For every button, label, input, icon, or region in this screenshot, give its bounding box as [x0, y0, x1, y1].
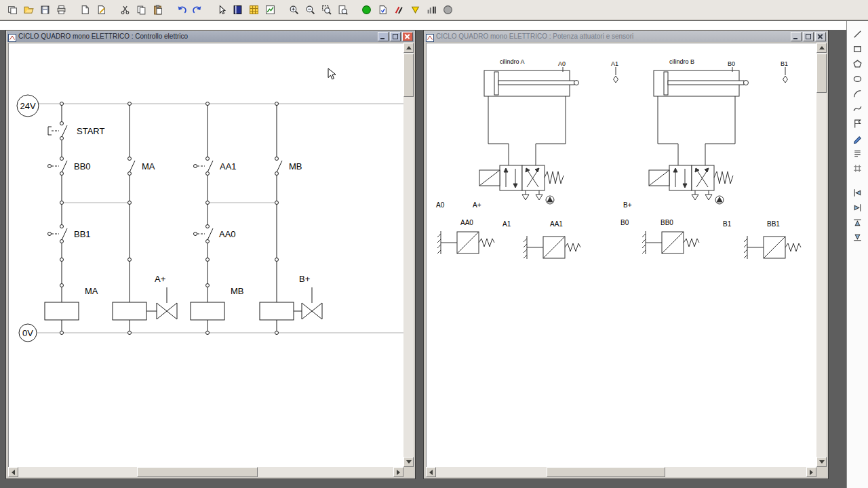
undo-icon	[176, 5, 186, 15]
text-list-button[interactable]	[850, 146, 866, 160]
valve-b[interactable]	[649, 165, 733, 204]
contact-mb[interactable]: MB	[275, 157, 302, 176]
scroll-down-button[interactable]	[403, 457, 414, 467]
align-bottom-button[interactable]	[850, 230, 866, 244]
toolbar-separator	[165, 3, 173, 17]
draw-pen-button[interactable]	[850, 131, 866, 145]
grid-button[interactable]	[246, 3, 261, 17]
contact-bb1[interactable]: BB1	[48, 225, 91, 243]
undo-button[interactable]	[174, 3, 189, 17]
edit-page-button[interactable]	[94, 3, 108, 17]
new-window-button[interactable]	[5, 3, 20, 17]
redo-button[interactable]	[190, 3, 205, 17]
contact-aa0[interactable]: AA0	[194, 225, 236, 243]
scroll-left-button[interactable]	[8, 467, 18, 477]
zoom-page-button[interactable]	[335, 3, 350, 17]
simulation-doc-button[interactable]	[375, 3, 390, 17]
close-button[interactable]	[815, 32, 826, 41]
draw-ellipse-button[interactable]	[850, 72, 866, 85]
open-button[interactable]	[21, 3, 36, 17]
zoom-window-button[interactable]	[319, 3, 334, 17]
minimize-button[interactable]	[791, 32, 802, 41]
new-page-button[interactable]	[77, 3, 92, 17]
print-icon	[56, 5, 66, 15]
zoom-out-button[interactable]	[302, 3, 317, 17]
coil-mb[interactable]: MB	[191, 286, 244, 320]
vertical-scrollbar[interactable]	[403, 43, 414, 467]
vertical-scroll-thumb[interactable]	[816, 54, 827, 93]
component-library-button[interactable]	[230, 3, 245, 17]
print-button[interactable]	[54, 3, 68, 17]
simulation-pause-button[interactable]	[408, 3, 422, 17]
scroll-down-button[interactable]	[816, 457, 827, 467]
schematic-canvas-pneumatic[interactable]: cilindro A A0 A1	[426, 43, 816, 467]
vertical-scrollbar[interactable]	[816, 43, 827, 467]
contact-aa1[interactable]: AA1	[194, 157, 237, 176]
cylinder-a-label: cilindro A	[500, 58, 525, 65]
scroll-up-button[interactable]	[816, 43, 827, 53]
scroll-right-button[interactable]	[806, 467, 816, 477]
draw-rectangle-button[interactable]	[850, 42, 866, 56]
grid-small-button[interactable]	[850, 161, 866, 175]
horizontal-scroll-thumb[interactable]	[137, 467, 258, 477]
horizontal-scrollbar[interactable]	[8, 467, 403, 477]
align-top-button[interactable]	[850, 216, 866, 229]
minimize-button[interactable]	[378, 32, 389, 41]
contact-ma[interactable]: MA	[128, 157, 155, 176]
scroll-up-button[interactable]	[403, 43, 414, 53]
sensor-bb0[interactable]: B+ B0 BB0	[620, 201, 699, 254]
maximize-button[interactable]	[803, 32, 814, 41]
align-left-button[interactable]	[850, 186, 866, 199]
rail-24v-label: 24V	[20, 101, 35, 111]
position-mark-b0[interactable]: B0	[728, 60, 735, 72]
simulation-stop-button[interactable]	[440, 3, 455, 17]
paste-icon	[153, 5, 163, 15]
horizontal-scroll-thumb[interactable]	[547, 467, 665, 477]
draw-polygon-button[interactable]	[850, 57, 866, 70]
simulation-start-button[interactable]	[359, 3, 374, 17]
draw-curve-button[interactable]	[850, 102, 866, 115]
horizontal-scrollbar[interactable]	[426, 467, 816, 477]
draw-arc-icon	[852, 89, 863, 99]
supply-rails[interactable]	[37, 104, 403, 333]
close-button[interactable]	[402, 32, 413, 41]
valve-a[interactable]	[479, 165, 564, 204]
select-pointer-button[interactable]	[214, 3, 229, 17]
supply-24v[interactable]: 24V	[17, 95, 39, 117]
simulation-diagram-button[interactable]	[424, 3, 439, 17]
cut-button[interactable]	[117, 3, 132, 17]
position-mark-a0[interactable]: A0	[558, 60, 566, 72]
simulation-sketch-button[interactable]	[391, 3, 406, 17]
window-pneumatic-power: CICLO QUADRO mono ELETTRICO : Potenza at…	[423, 30, 829, 479]
coil-ma[interactable]: MA	[45, 286, 98, 320]
draw-flag-button[interactable]	[850, 117, 866, 130]
draw-line-button[interactable]	[850, 27, 866, 41]
scroll-right-button[interactable]	[393, 467, 403, 477]
titlebar-electric[interactable]: CICLO QUADRO mono ELETTRICO : Controllo …	[7, 31, 414, 42]
contact-bb0[interactable]: BB0	[48, 157, 91, 176]
sensor-aa1[interactable]: A1 AA1	[502, 220, 580, 259]
sensor-bb1[interactable]: B1 BB1	[723, 220, 801, 259]
maximize-button[interactable]	[390, 32, 401, 41]
coil-a-plus[interactable]: A+	[113, 274, 177, 320]
draw-arc-button[interactable]	[850, 87, 866, 100]
sensor-aa0[interactable]: A0 A+ AA0	[436, 201, 494, 254]
vertical-scroll-thumb[interactable]	[403, 54, 414, 97]
schematic-canvas-electric[interactable]: 24V 0V	[8, 43, 403, 467]
align-right-button[interactable]	[850, 201, 866, 214]
scroll-left-button[interactable]	[426, 467, 436, 477]
align-bottom-icon	[852, 232, 863, 243]
paste-button[interactable]	[150, 3, 165, 17]
titlebar-pneumatic[interactable]: CICLO QUADRO mono ELETTRICO : Potenza at…	[425, 31, 827, 42]
supply-0v[interactable]: 0V	[19, 324, 37, 342]
contact-mb-label: MB	[289, 161, 302, 171]
zoom-in-button[interactable]	[286, 3, 301, 17]
position-mark-a1[interactable]: A1	[611, 60, 618, 83]
diagram-check-button[interactable]	[262, 3, 277, 17]
zoom-out-icon	[305, 5, 315, 15]
copy-button[interactable]	[134, 3, 149, 17]
save-button[interactable]	[37, 3, 52, 17]
coil-b-plus[interactable]: B+	[260, 274, 322, 320]
position-mark-b1[interactable]: B1	[781, 60, 788, 83]
contact-start[interactable]: START	[48, 122, 104, 140]
